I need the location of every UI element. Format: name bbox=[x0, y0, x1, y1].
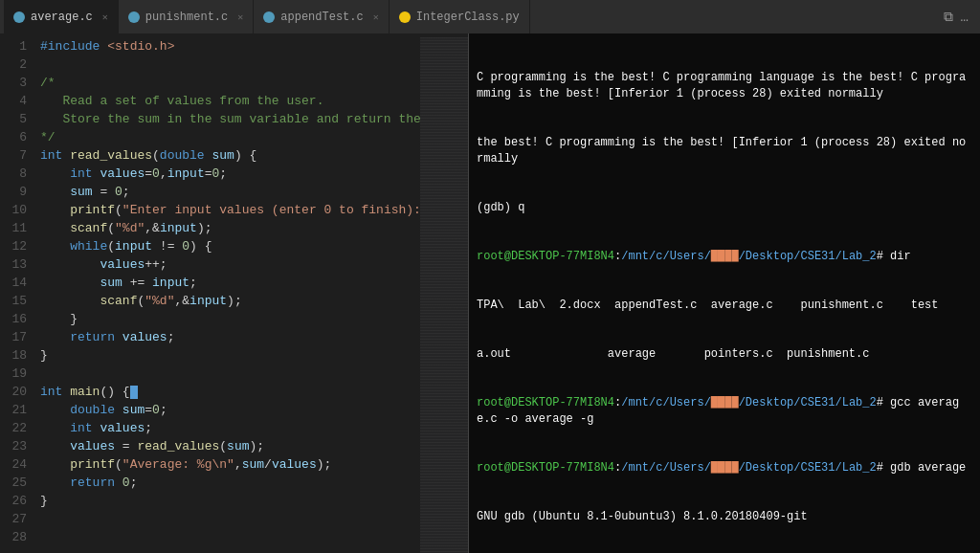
line-num-27: 27 bbox=[0, 510, 27, 528]
code-line-23: values = read_values(sum); bbox=[40, 437, 420, 455]
line-num-22: 22 bbox=[0, 419, 27, 437]
code-line-8: int values=0,input=0; bbox=[40, 165, 420, 183]
code-line-13: values++; bbox=[40, 255, 420, 274]
code-line-24: printf("Average: %g\n",sum/values); bbox=[40, 455, 420, 474]
term-line-7: root@DESKTOP-77MI8N4:/mnt/c/Users/████/D… bbox=[477, 395, 972, 428]
tab-label-integerclass-py: IntegerClass.py bbox=[416, 11, 520, 24]
code-line-11: scanf("%d",&input); bbox=[40, 219, 420, 237]
line-num-21: 21 bbox=[0, 401, 27, 419]
code-line-26: } bbox=[40, 492, 420, 510]
tab-punishment-c[interactable]: punishment.c ✕ bbox=[119, 0, 254, 33]
line-num-19: 19 bbox=[0, 365, 27, 383]
minimap-visual bbox=[420, 37, 468, 553]
line-num-9: 9 bbox=[0, 183, 27, 201]
close-tab-average-c[interactable]: ✕ bbox=[102, 11, 108, 23]
terminal-panel[interactable]: C programming is the best! C programming… bbox=[469, 33, 980, 553]
code-line-4: Read a set of values from the user. bbox=[40, 92, 420, 110]
minimap bbox=[420, 37, 468, 553]
code-line-27 bbox=[40, 510, 420, 528]
tab-label-appendtest-c: appendTest.c bbox=[280, 11, 363, 24]
close-tab-appendtest-c[interactable]: ✕ bbox=[373, 11, 379, 23]
term-line-8: root@DESKTOP-77MI8N4:/mnt/c/Users/████/D… bbox=[477, 460, 972, 476]
line-num-11: 11 bbox=[0, 219, 27, 237]
line-num-17: 17 bbox=[0, 328, 27, 346]
line-num-20: 20 bbox=[0, 383, 27, 401]
line-num-26: 26 bbox=[0, 492, 27, 510]
line-num-24: 24 bbox=[0, 455, 27, 474]
tab-icon-appendtest-c bbox=[263, 11, 275, 23]
line-num-18: 18 bbox=[0, 346, 27, 365]
code-line-19 bbox=[40, 365, 420, 383]
editor-panel: 1 2 3 4 5 6 7 8 9 10 11 12 13 14 15 16 1… bbox=[0, 33, 469, 553]
tab-icon-punishment-c bbox=[128, 11, 140, 23]
line-num-12: 12 bbox=[0, 237, 27, 255]
line-num-3: 3 bbox=[0, 74, 27, 92]
code-line-25: return 0; bbox=[40, 474, 420, 492]
code-line-7: int read_values(double sum) { bbox=[40, 146, 420, 165]
code-line-22: int values; bbox=[40, 419, 420, 437]
code-line-1: #include <stdio.h> bbox=[40, 37, 420, 55]
content-area: 1 2 3 4 5 6 7 8 9 10 11 12 13 14 15 16 1… bbox=[0, 33, 980, 553]
term-line-6: a.out average pointers.c punishment.c bbox=[477, 346, 972, 363]
code-line-9: sum = 0; bbox=[40, 183, 420, 201]
tab-label-average-c: average.c bbox=[31, 11, 93, 24]
code-line-20: int main() { bbox=[40, 383, 420, 401]
tab-icon-integerclass-py bbox=[399, 11, 411, 23]
split-editor-icon[interactable]: ⧉ bbox=[944, 10, 953, 25]
code-area: 1 2 3 4 5 6 7 8 9 10 11 12 13 14 15 16 1… bbox=[0, 33, 468, 553]
code-line-21: double sum=0; bbox=[40, 401, 420, 419]
code-line-14: sum += input; bbox=[40, 274, 420, 292]
line-numbers: 1 2 3 4 5 6 7 8 9 10 11 12 13 14 15 16 1… bbox=[0, 37, 36, 553]
tab-label-punishment-c: punishment.c bbox=[145, 11, 228, 24]
line-num-28: 28 bbox=[0, 528, 27, 546]
line-num-10: 10 bbox=[0, 201, 27, 219]
code-line-16: } bbox=[40, 310, 420, 328]
tab-average-c[interactable]: average.c ✕ bbox=[4, 0, 119, 33]
line-num-8: 8 bbox=[0, 165, 27, 183]
close-tab-punishment-c[interactable]: ✕ bbox=[237, 11, 243, 23]
term-line-9: GNU gdb (Ubuntu 8.1-0ubuntu3) 8.1.0.2018… bbox=[477, 509, 972, 525]
line-num-14: 14 bbox=[0, 274, 27, 292]
tab-actions: ⧉ … bbox=[944, 10, 976, 25]
line-num-25: 25 bbox=[0, 474, 27, 492]
line-num-16: 16 bbox=[0, 310, 27, 328]
line-num-4: 4 bbox=[0, 92, 27, 110]
term-line-1: C programming is the best! C programming… bbox=[477, 70, 972, 102]
line-num-13: 13 bbox=[0, 255, 27, 274]
line-num-6: 6 bbox=[0, 128, 27, 146]
code-line-17: return values; bbox=[40, 328, 420, 346]
line-num-1: 1 bbox=[0, 37, 27, 55]
line-num-15: 15 bbox=[0, 292, 27, 310]
tab-icon-average-c bbox=[13, 11, 25, 23]
code-line-18: } bbox=[40, 346, 420, 365]
tab-bar: average.c ✕ punishment.c ✕ appendTest.c … bbox=[0, 0, 980, 33]
line-num-5: 5 bbox=[0, 110, 27, 128]
term-line-2: the best! C programming is the best! [In… bbox=[477, 135, 972, 167]
code-line-2 bbox=[40, 55, 420, 74]
code-line-12: while(input != 0) { bbox=[40, 237, 420, 255]
code-line-5: Store the sum in the sum variable and re… bbox=[40, 110, 420, 128]
line-num-23: 23 bbox=[0, 437, 27, 455]
line-num-2: 2 bbox=[0, 55, 27, 74]
code-content[interactable]: #include <stdio.h> /* Read a set of valu… bbox=[36, 37, 420, 553]
code-line-10: printf("Enter input values (enter 0 to f… bbox=[40, 201, 420, 219]
tab-appendtest-c[interactable]: appendTest.c ✕ bbox=[254, 0, 389, 33]
code-line-3: /* bbox=[40, 74, 420, 92]
more-tabs-icon[interactable]: … bbox=[961, 10, 969, 25]
code-line-6: */ bbox=[40, 128, 420, 146]
code-line-28 bbox=[40, 528, 420, 546]
term-line-3: (gdb) q bbox=[477, 200, 972, 216]
term-line-4: root@DESKTOP-77MI8N4:/mnt/c/Users/████/D… bbox=[477, 249, 972, 265]
code-line-15: scanf("%d",&input); bbox=[40, 292, 420, 310]
line-num-7: 7 bbox=[0, 146, 27, 165]
tab-integerclass-py[interactable]: IntegerClass.py bbox=[390, 0, 530, 33]
term-line-5: TPA\ Lab\ 2.docx appendTest.c average.c … bbox=[477, 298, 972, 314]
